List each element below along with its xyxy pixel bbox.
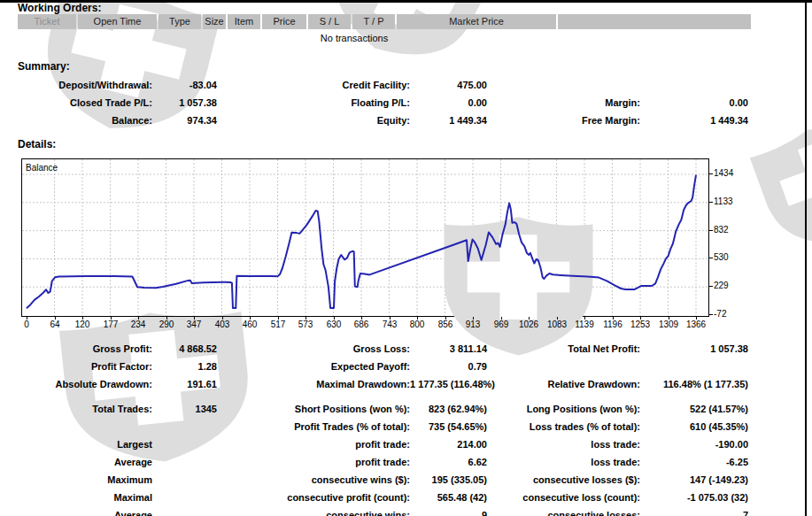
stat-label: Largest	[0, 435, 152, 453]
x-tick-mark	[696, 317, 697, 320]
report-page: Working Orders: TicketOpen TimeTypeSizeI…	[0, 0, 812, 516]
stat-label: Profit Trades (% of total):	[217, 418, 410, 435]
column-header-market-price: Market Price	[397, 14, 556, 29]
x-tick-label: 573	[291, 320, 320, 329]
stat-row: Gross Profit:4 868.52Gross Loss:3 811.14…	[0, 340, 748, 358]
stat-label: Maximum	[0, 471, 152, 489]
stat-row: Absolute Drawdown:191.61Maximal Drawdown…	[0, 375, 748, 393]
summary-label: Closed Trade P/L:	[0, 94, 152, 112]
x-tick-label: 234	[124, 320, 152, 329]
x-tick-mark	[334, 317, 335, 320]
x-tick-label: 630	[320, 320, 348, 329]
x-tick-label: 120	[68, 320, 97, 329]
stat-label: consecutive losses:	[487, 506, 640, 516]
x-tick-label: 460	[236, 320, 264, 329]
column-header-blank	[558, 14, 751, 29]
stat-row: Averageprofit trade:6.62loss trade:-6.25	[0, 453, 748, 471]
stat-label: Total Trades:	[0, 400, 152, 418]
stat-value: 1345	[152, 400, 217, 418]
stat-value: 116.48% (1 177.35)	[640, 375, 748, 393]
stat-label	[487, 358, 640, 375]
column-header-type: Type	[159, 14, 201, 29]
y-tick-mark	[709, 230, 713, 231]
x-tick-label: 1366	[682, 320, 710, 329]
stat-row: Total Trades:1345Short Positions (won %)…	[0, 400, 748, 418]
y-tick-mark	[709, 314, 713, 315]
stat-label: Average	[0, 506, 152, 516]
stat-value: 1.28	[152, 358, 217, 375]
stat-value: -6.25	[640, 453, 748, 471]
stat-label: Short Positions (won %):	[217, 400, 410, 418]
stat-value	[152, 489, 217, 506]
y-tick-mark	[709, 286, 713, 287]
x-tick-mark	[166, 317, 167, 320]
x-tick-label: 856	[431, 320, 460, 329]
x-tick-label: 1083	[543, 320, 571, 329]
summary-value: 475.00	[410, 76, 487, 94]
stat-label: consecutive wins ($):	[217, 471, 410, 489]
summary-table: Deposit/Withdrawal:-83.04Credit Facility…	[0, 76, 748, 129]
stat-label: consecutive wins:	[217, 506, 410, 516]
stat-value: 195 (335.05)	[410, 471, 487, 489]
x-tick-mark	[361, 317, 362, 320]
no-transactions-text: No transactions	[22, 33, 686, 43]
watermark-shield-icon	[745, 105, 812, 267]
column-header-s-l: S / L	[308, 14, 351, 29]
summary-label: Margin:	[487, 94, 640, 112]
x-tick-label: 64	[41, 320, 69, 329]
stat-label: Loss trades (% of total):	[487, 418, 640, 435]
x-tick-mark	[138, 317, 139, 320]
stat-label: consecutive profit (count):	[217, 489, 410, 506]
column-header-t-p: T / P	[352, 14, 395, 29]
top-divider	[0, 0, 812, 3]
summary-label: Floating P/L:	[217, 94, 410, 112]
stat-label: consecutive losses ($):	[487, 471, 640, 489]
stat-label: Expected Payoff:	[217, 358, 410, 375]
x-tick-mark	[557, 317, 558, 320]
stat-value: 214.00	[410, 435, 487, 453]
stat-value	[152, 435, 217, 453]
x-tick-label: 743	[375, 320, 404, 329]
stat-label: Maximal	[0, 489, 152, 506]
summary-heading: Summary:	[18, 60, 70, 73]
x-tick-label: 1309	[654, 320, 683, 329]
y-tick-label: 229	[714, 281, 729, 290]
summary-label: Deposit/Withdrawal:	[0, 76, 152, 94]
summary-value: -83.04	[152, 76, 217, 94]
x-tick-mark	[305, 317, 306, 320]
x-tick-mark	[445, 317, 446, 320]
stat-value	[640, 358, 748, 375]
x-tick-label: 177	[97, 320, 125, 329]
stat-row: Profit Factor:1.28Expected Payoff:0.79	[0, 358, 748, 375]
x-tick-label: 800	[403, 320, 431, 329]
x-tick-mark	[613, 317, 614, 320]
y-tick-label: 1434	[714, 168, 733, 178]
x-tick-mark	[194, 317, 195, 320]
stat-label: Maximal Drawdown:	[217, 375, 410, 393]
y-tick-mark	[709, 202, 713, 203]
stat-label: Absolute Drawdown:	[0, 375, 152, 393]
working-orders-heading: Working Orders:	[18, 2, 101, 14]
stat-value: 1 057.38	[640, 340, 748, 358]
right-border	[805, 0, 807, 516]
y-tick-label: -72	[714, 309, 726, 319]
stat-label: consecutive loss (count):	[487, 489, 640, 506]
stat-label: Average	[0, 453, 152, 471]
x-tick-mark	[640, 317, 641, 320]
y-tick-mark	[709, 173, 713, 174]
summary-value: 1 449.34	[410, 112, 487, 129]
stat-value: 6.62	[410, 453, 487, 471]
stat-label: Relative Drawdown:	[487, 375, 640, 393]
stat-label: Long Positions (won %):	[487, 400, 640, 418]
stat-label	[0, 418, 152, 435]
x-tick-mark	[222, 317, 223, 320]
stat-label: loss trade:	[487, 435, 640, 453]
stat-value: 610 (45.35%)	[640, 418, 748, 435]
stat-value: -1 075.03 (32)	[640, 489, 748, 506]
x-tick-mark	[55, 317, 56, 320]
summary-value: 1 449.34	[640, 112, 748, 129]
summary-label: Credit Facility:	[217, 76, 410, 94]
stats-table-1: Gross Profit:4 868.52Gross Loss:3 811.14…	[0, 340, 748, 393]
stat-row: Maximalconsecutive profit (count):565.48…	[0, 489, 748, 506]
svg-text:Balance: Balance	[26, 163, 58, 173]
